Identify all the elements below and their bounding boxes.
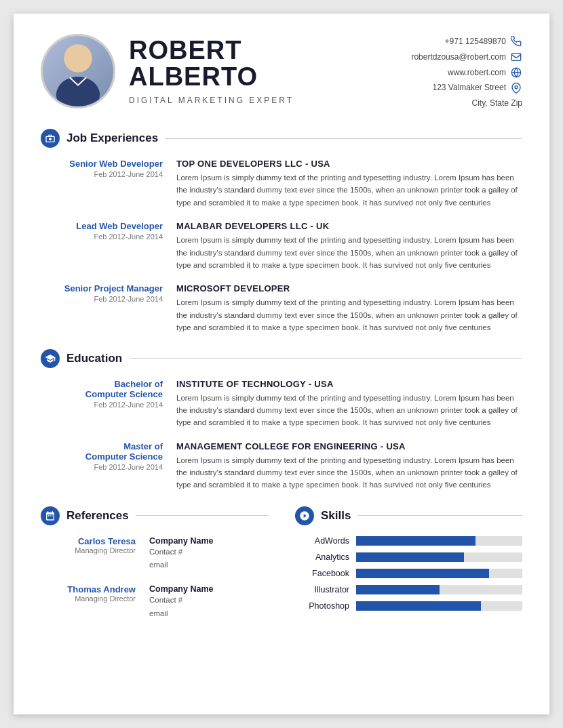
references-divider <box>136 515 268 516</box>
skill-entry: Facebook <box>295 569 522 578</box>
avatar <box>41 34 115 108</box>
references-icon <box>41 506 60 525</box>
education-divider <box>129 358 522 359</box>
skill-entry: Illustrator <box>295 585 522 594</box>
phone-row: +971 125489870 <box>411 34 522 49</box>
ref-company: Company Name <box>149 536 268 546</box>
entry-date: Feb 2012-June 2014 <box>41 295 163 303</box>
experience-section: Job Experiences Senior Web Developer Feb… <box>41 129 522 334</box>
svg-point-0 <box>64 44 92 73</box>
address1-row: 123 Valmaker Street <box>411 80 522 96</box>
ref-left: Thomas Andrew Managing Director <box>41 584 149 620</box>
skill-label: Photoshop <box>295 601 349 611</box>
references-column: References Carlos Teresa Managing Direct… <box>41 506 288 632</box>
ref-right: Company Name Contact #email <box>149 536 268 572</box>
entry-company: MICROSOFT DEVELOPER <box>176 283 522 294</box>
phone-text: +971 125489870 <box>445 34 506 49</box>
entry-job-title: Senior Project Manager <box>41 283 163 294</box>
experience-entry: Senior Project Manager Feb 2012-June 201… <box>41 283 522 333</box>
skill-bar-fill <box>356 536 475 546</box>
ref-left: Carlos Teresa Managing Director <box>41 536 149 572</box>
experience-section-header: Job Experiences <box>41 129 522 148</box>
education-icon <box>41 349 60 368</box>
entry-job-title: Master ofComputer Science <box>41 441 163 462</box>
entry-left: Senior Web Developer Feb 2012-June 2014 <box>41 159 176 209</box>
header-section: ROBERT ALBERTO DIGITAL MARKETING EXPERT … <box>41 34 522 108</box>
entry-desc: Lorem Ipsum is simply dummy text of the … <box>176 454 522 491</box>
skills-divider <box>357 515 522 516</box>
entry-date: Feb 2012-June 2014 <box>41 401 163 409</box>
entry-job-title: Bachelor ofComputer Science <box>41 379 163 399</box>
ref-role: Managing Director <box>41 546 136 554</box>
svg-point-1 <box>56 77 100 106</box>
bottom-section: References Carlos Teresa Managing Direct… <box>41 506 522 632</box>
experience-entries: Senior Web Developer Feb 2012-June 2014 … <box>41 159 522 334</box>
entry-right: MICROSOFT DEVELOPER Lorem Ipsum is simpl… <box>176 283 522 333</box>
website-row: www.robert.com <box>411 65 522 81</box>
skill-entry: Analytics <box>295 552 522 562</box>
email-icon <box>510 51 522 63</box>
address2-row: City, State Zip <box>411 96 522 111</box>
skill-entry: Photoshop <box>295 601 522 611</box>
experience-divider <box>165 138 522 139</box>
ref-contact: Contact #email <box>149 546 268 572</box>
entry-desc: Lorem Ipsum is simply dummy text of the … <box>176 234 522 271</box>
skill-bar-fill <box>356 552 464 562</box>
address1-text: 123 Valmaker Street <box>433 80 507 96</box>
experience-entry: Senior Web Developer Feb 2012-June 2014 … <box>41 159 522 209</box>
references-label: References <box>66 509 129 523</box>
skill-entries: AdWords Analytics Facebook Illustrator P… <box>295 536 522 611</box>
skill-bar-fill <box>356 601 481 611</box>
entry-company: MANAGEMENT COLLEGE FOR ENGINEERING - USA <box>176 441 522 451</box>
svg-point-4 <box>515 85 518 88</box>
contact-section: +971 125489870 robertdzousa@robert.com <box>411 34 522 111</box>
resume-document: ROBERT ALBERTO DIGITAL MARKETING EXPERT … <box>14 14 549 714</box>
entry-job-title: Lead Web Developer <box>41 221 163 231</box>
entry-company: MALABAR DEVELOPERS LLC - UK <box>176 221 522 231</box>
entry-left: Lead Web Developer Feb 2012-June 2014 <box>41 221 176 271</box>
skill-label: AdWords <box>295 536 349 546</box>
website-icon <box>510 66 522 79</box>
svg-rect-2 <box>511 54 520 61</box>
reference-entries: Carlos Teresa Managing Director Company … <box>41 536 268 620</box>
education-entry: Bachelor ofComputer Science Feb 2012-Jun… <box>41 379 522 429</box>
skill-label: Analytics <box>295 552 349 562</box>
experience-entry: Lead Web Developer Feb 2012-June 2014 MA… <box>41 221 522 271</box>
skills-section-header: Skills <box>295 506 522 525</box>
location-icon <box>510 82 522 94</box>
education-label: Education <box>66 352 122 365</box>
skill-bar-bg <box>356 552 522 562</box>
email-text: robertdzousa@robert.com <box>411 49 506 65</box>
entry-desc: Lorem Ipsum is simply dummy text of the … <box>176 392 522 429</box>
ref-right: Company Name Contact #email <box>149 584 268 620</box>
skills-icon <box>295 506 314 525</box>
address2-text: City, State Zip <box>472 96 522 111</box>
email-row: robertdzousa@robert.com <box>411 49 522 65</box>
phone-icon <box>510 35 522 47</box>
education-entry: Master ofComputer Science Feb 2012-June … <box>41 441 522 491</box>
entry-right: TOP ONE DEVELOPERS LLC - USA Lorem Ipsum… <box>176 159 522 209</box>
entry-date: Feb 2012-June 2014 <box>41 170 163 178</box>
experience-label: Job Experiences <box>66 132 158 145</box>
education-entries: Bachelor ofComputer Science Feb 2012-Jun… <box>41 379 522 491</box>
skill-bar-bg <box>356 601 522 611</box>
skill-bar-bg <box>356 536 522 546</box>
skill-bar-bg <box>356 569 522 578</box>
entry-company: INSTITUTE OF TECHNOLOGY - USA <box>176 379 522 389</box>
skill-entry: AdWords <box>295 536 522 546</box>
entry-right: MALABAR DEVELOPERS LLC - UK Lorem Ipsum … <box>176 221 522 271</box>
entry-job-title: Senior Web Developer <box>41 159 163 169</box>
entry-date: Feb 2012-June 2014 <box>41 232 163 241</box>
reference-entry: Thomas Andrew Managing Director Company … <box>41 584 268 620</box>
ref-role: Managing Director <box>41 594 136 603</box>
entry-right: INSTITUTE OF TECHNOLOGY - USA Lorem Ipsu… <box>176 379 522 429</box>
skill-bar-fill <box>356 585 440 594</box>
reference-entry: Carlos Teresa Managing Director Company … <box>41 536 268 572</box>
education-section: Education Bachelor ofComputer Science Fe… <box>41 349 522 491</box>
experience-icon <box>41 129 60 148</box>
ref-name: Thomas Andrew <box>41 584 136 594</box>
entry-left: Bachelor ofComputer Science Feb 2012-Jun… <box>41 379 176 429</box>
skills-column: Skills AdWords Analytics Facebook Illust… <box>288 506 522 632</box>
entry-left: Senior Project Manager Feb 2012-June 201… <box>41 283 176 333</box>
ref-name: Carlos Teresa <box>41 536 136 546</box>
